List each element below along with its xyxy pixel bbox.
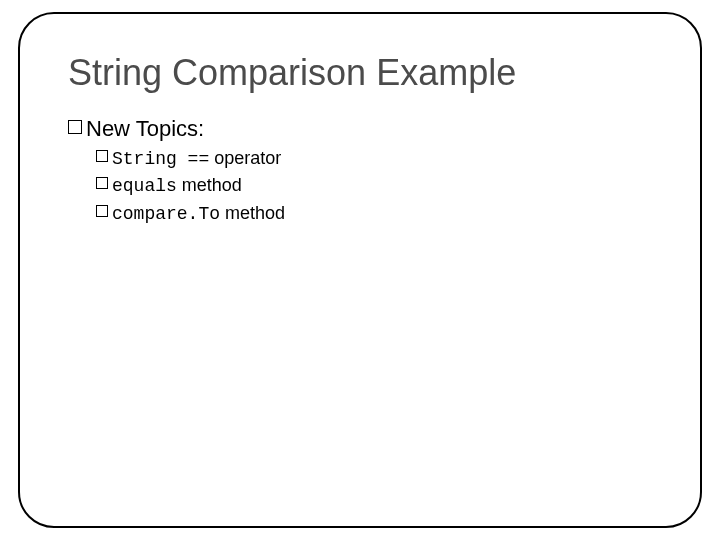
square-bullet-icon — [68, 120, 82, 134]
slide-content: String Comparison Example New Topics: St… — [20, 14, 700, 248]
bullet-level2-text: equals method — [112, 173, 242, 198]
square-bullet-icon — [96, 205, 108, 217]
code-span: compare.To — [112, 204, 220, 224]
text-span: operator — [209, 148, 281, 168]
text-span: method — [177, 175, 242, 195]
bullet-level1: New Topics: — [68, 116, 660, 142]
bullet-level2-text: compare.To method — [112, 201, 285, 226]
bullet-level2-text: String == operator — [112, 146, 281, 171]
square-bullet-icon — [96, 150, 108, 162]
bullet-level1-label: New Topics: — [86, 116, 204, 142]
bullet-level2: String == operator — [96, 146, 660, 171]
square-bullet-icon — [96, 177, 108, 189]
bullet-level2: equals method — [96, 173, 660, 198]
slide-title: String Comparison Example — [68, 52, 660, 94]
code-span: String == — [112, 149, 209, 169]
bullet-level2: compare.To method — [96, 201, 660, 226]
text-span: method — [220, 203, 285, 223]
slide-frame: String Comparison Example New Topics: St… — [18, 12, 702, 528]
code-span: equals — [112, 176, 177, 196]
